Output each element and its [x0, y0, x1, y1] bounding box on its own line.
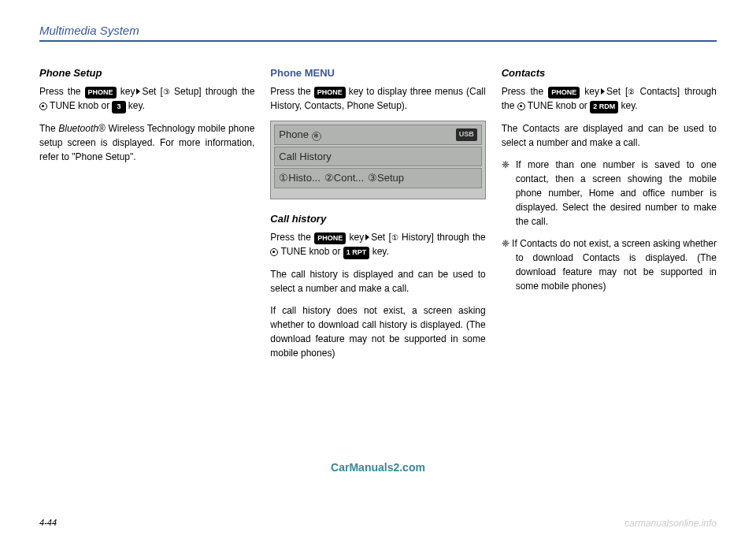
phone-display-screenshot: Phone ✻ USB Call History ①Histo... ②Cont…	[270, 121, 485, 199]
contacts-bullet1: ❈ If more than one number is saved to on…	[502, 158, 717, 229]
heading-contacts: Contacts	[502, 65, 717, 81]
phone-key-icon: PHONE	[548, 87, 580, 99]
menu-history: ①Histo...	[279, 170, 320, 186]
key-1rpt-icon: 1 RPT	[343, 247, 370, 259]
phone-setup-para2: The Bluetooth® Wireless Technology mobil…	[39, 121, 254, 164]
heading-phone-setup: Phone Setup	[39, 65, 254, 81]
phone-setup-para1: Press the PHONE keySet [③ Setup] through…	[39, 84, 254, 113]
call-history-para3: If call history does not exist, a screen…	[270, 303, 485, 360]
menu-contacts: ②Cont...	[324, 170, 364, 186]
text: TUNE knob or	[278, 246, 343, 257]
text: Set [	[142, 86, 162, 97]
text: key.	[126, 100, 145, 111]
triangle-right-icon	[601, 88, 605, 95]
display-call-history-row: Call History	[274, 147, 481, 167]
text: key	[580, 86, 599, 97]
heading-phone-menu: Phone MENU	[270, 65, 485, 81]
contacts-para2: The Contacts are displayed and can be us…	[502, 121, 717, 150]
phone-menu-para1: Press the PHONE key to display three men…	[270, 84, 485, 113]
bluetooth-word: Bluetooth	[58, 123, 98, 134]
column-3: Contacts Press the PHONE keySet [② Conta…	[502, 65, 717, 368]
text: Set [	[606, 86, 628, 97]
text: Press the	[39, 86, 85, 97]
registered-mark: ®	[98, 123, 106, 134]
content-columns: Phone Setup Press the PHONE keySet [③ Se…	[39, 65, 717, 368]
column-1: Phone Setup Press the PHONE keySet [③ Se…	[39, 65, 254, 368]
phone-key-icon: PHONE	[85, 87, 117, 99]
text: Press the	[270, 86, 313, 97]
text: Press the	[502, 86, 549, 97]
phone-key-icon: PHONE	[314, 232, 346, 245]
text: key	[346, 232, 364, 243]
text: The	[39, 123, 58, 134]
call-history-para1: Press the PHONE keySet [① History] throu…	[270, 230, 485, 259]
circled-1-icon: ①	[391, 232, 398, 244]
column-2: Phone MENU Press the PHONE key to displa…	[270, 65, 485, 368]
bluetooth-icon: ✻	[312, 132, 321, 141]
text: key	[117, 86, 135, 97]
menu-setup: ③Setup	[368, 170, 404, 186]
text: key.	[618, 100, 637, 111]
tune-knob-icon	[270, 248, 278, 256]
display-menu-row: ①Histo... ②Cont... ③Setup	[274, 168, 481, 188]
tune-knob-icon	[39, 102, 47, 110]
key-2rdm-icon: 2 RDM	[590, 101, 618, 113]
text: TUNE knob or	[525, 100, 590, 111]
display-title-row: Phone ✻ USB	[274, 125, 481, 145]
contacts-bullet2: ❈ If Contacts do not exist, a screen ask…	[502, 236, 717, 293]
contacts-para1: Press the PHONE keySet [② Contacts] thro…	[502, 84, 717, 113]
usb-badge: USB	[456, 128, 477, 141]
text: Setup] through the	[170, 86, 254, 97]
footer-watermark: carmanualsonline.info	[624, 518, 717, 529]
text: key.	[369, 246, 388, 257]
triangle-right-icon	[365, 234, 369, 240]
heading-call-history: Call history	[270, 211, 485, 227]
page-number: 4-44	[39, 518, 57, 527]
display-title: Phone	[279, 128, 309, 140]
text: History] through the	[398, 232, 486, 243]
phone-key-icon: PHONE	[314, 87, 346, 99]
text: Press the	[270, 232, 314, 243]
key-3-icon: 3	[112, 101, 125, 113]
watermark: CarManuals2.com	[331, 461, 425, 474]
section-header: Multimedia System	[39, 24, 717, 42]
circled-3-icon: ③	[163, 86, 170, 98]
call-history-para2: The call history is displayed and can be…	[270, 267, 485, 296]
triangle-right-icon	[136, 88, 140, 95]
tune-knob-icon	[517, 102, 525, 110]
text: Set [	[371, 232, 391, 243]
text: TUNE knob or	[47, 100, 112, 111]
